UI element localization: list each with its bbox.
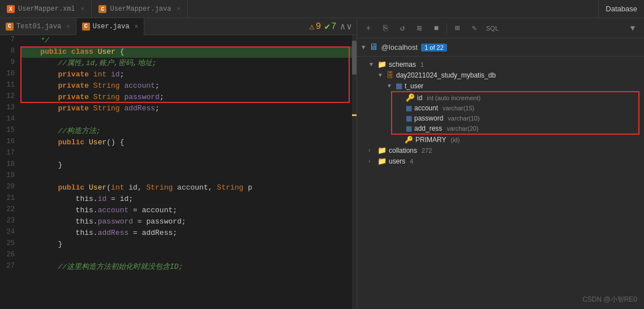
tuser-label: t_user: [405, 82, 423, 90]
line-number: 16: [0, 137, 20, 148]
table-row: 7 */: [0, 35, 357, 46]
scroll-thumb[interactable]: [352, 41, 357, 75]
tab-close-xml[interactable]: ×: [81, 6, 85, 12]
up-arrow[interactable]: ∧: [340, 21, 346, 32]
connection-collapse-arrow[interactable]: ▼: [362, 44, 366, 51]
line-number: 15: [0, 126, 20, 137]
tree-item-database[interactable]: ▼ 🗄 day20211024_study_mybatis_db: [357, 70, 644, 80]
table-row: 17: [0, 148, 357, 160]
table-row: 12 private String password;: [0, 92, 357, 103]
account-meta: varchar(15): [443, 105, 474, 111]
table-row: 8 public class User {: [0, 46, 357, 58]
db-tree[interactable]: ▼ 📁 schemas 1 ▼ 🗄 day20211024_study_myba…: [357, 57, 644, 309]
tree-item-account[interactable]: ▦ account varchar(15): [392, 103, 638, 113]
db-copy-button[interactable]: ⎘: [379, 22, 392, 35]
scrollbar-track[interactable]: [352, 35, 357, 309]
connection-current: 1: [424, 44, 430, 51]
close-test01[interactable]: ×: [66, 23, 70, 30]
warn-count: 9: [316, 22, 321, 32]
db-refresh-button[interactable]: ↺: [396, 22, 409, 35]
tree-item-collations[interactable]: › 📁 collations 272: [357, 145, 644, 156]
tab-usermapper-java[interactable]: C UserMapper.java ×: [92, 0, 188, 18]
tab-close-java[interactable]: ×: [177, 6, 181, 12]
line-number: 27: [0, 261, 20, 273]
nav-arrows[interactable]: ∧ ∨: [340, 21, 352, 32]
tab-label: UserMapper.xml: [18, 5, 75, 13]
id-label: id: [417, 94, 422, 102]
tree-item-tuser[interactable]: ▼ ▦ t_user: [357, 80, 644, 91]
line-code: //属性,id,账户,密码,地址;: [20, 58, 357, 69]
tree-item-id[interactable]: 🔑 id int (auto increment): [392, 92, 638, 103]
line-number: 19: [0, 171, 20, 182]
line-number: 17: [0, 148, 20, 160]
line-code: [20, 171, 357, 182]
col-icon-address: ▦: [406, 125, 412, 132]
editor-toolbar: ⚠ 9 ✔ 7 ∧ ∨: [144, 21, 357, 32]
watermark: CSDN @小智RE0: [582, 295, 637, 304]
line-number: 8: [0, 46, 20, 58]
primary-label: PRIMARY: [415, 136, 446, 144]
col-icon-account: ▦: [406, 104, 412, 112]
database-icon: 🗄: [387, 71, 394, 79]
down-arrow[interactable]: ∨: [346, 21, 352, 32]
users-arrow: ›: [368, 158, 375, 164]
ok-badge: ✔ 7: [324, 21, 336, 32]
db-title-label: Database: [606, 5, 637, 13]
account-label: account: [414, 104, 438, 112]
close-user[interactable]: ×: [135, 23, 139, 30]
db-stop-button[interactable]: ■: [430, 22, 443, 35]
ok-icon: ✔: [324, 21, 330, 32]
tree-item-users[interactable]: › 📁 users 4: [357, 156, 644, 166]
connection-badge: 1 of 22: [421, 44, 447, 52]
tab-usermapper-xml[interactable]: X UserMapper.xml ×: [0, 0, 92, 18]
tab-test01[interactable]: C Test01.java ×: [0, 18, 76, 35]
password-meta: varchar(10): [448, 115, 479, 122]
table-row: 11 private String account;: [0, 80, 357, 92]
table-row: 13 private String addRess;: [0, 103, 357, 114]
java-icon-user: C: [82, 23, 90, 31]
table-row: 25 }: [0, 239, 357, 250]
id-meta: int (auto increment): [427, 95, 480, 101]
table-row: 21 this.id = id;: [0, 194, 357, 205]
code-content[interactable]: 7 */ 8 public class User { 9 //属性,id,账户,…: [0, 35, 357, 309]
schemas-count: 1: [420, 61, 424, 68]
line-number: 14: [0, 114, 20, 126]
line-code: private String addRess;: [20, 103, 357, 114]
db-funnel-button[interactable]: ▼: [626, 22, 639, 35]
users-folder-icon: 📁: [377, 157, 387, 165]
db-add-button[interactable]: +: [362, 22, 375, 35]
tab-user[interactable]: C User.java ×: [76, 18, 144, 35]
db-edit-button[interactable]: ✎: [467, 22, 481, 35]
main-area: C Test01.java × C User.java × ⚠ 9 ✔: [0, 18, 644, 309]
tree-item-password[interactable]: ▦ password varchar(10): [392, 113, 638, 123]
line-code: //构造方法;: [20, 126, 357, 137]
db-filter-button[interactable]: ≋: [413, 22, 426, 35]
line-code: private String password;: [20, 92, 357, 103]
address-label: add_ress: [414, 125, 442, 132]
tree-item-primary[interactable]: 🔑 PRIMARY (id): [357, 135, 644, 145]
users-label: users: [389, 157, 405, 165]
warning-badge: ⚠ 9: [309, 21, 321, 32]
db-highlight-box: 🔑 id int (auto increment) ▦ account varc…: [391, 91, 639, 135]
line-number: 7: [0, 35, 20, 46]
db-grid-button[interactable]: ⊞: [450, 22, 464, 35]
db-sql-button[interactable]: SQL: [484, 22, 500, 35]
schemas-arrow: ▼: [368, 61, 375, 67]
table-row: 22 this.account = account;: [0, 205, 357, 216]
table-row: 26: [0, 250, 357, 261]
password-label: password: [414, 114, 443, 122]
line-code: */: [20, 35, 357, 46]
db-panel: + ⎘ ↺ ≋ ■ ⊞ ✎ SQL ▼ ▼ 🖥 @localhost 1 of …: [357, 18, 644, 309]
java-icon: C: [98, 5, 106, 13]
primary-icon: 🔑: [405, 136, 413, 144]
collations-folder-icon: 📁: [377, 146, 387, 154]
top-tab-bar: X UserMapper.xml × C UserMapper.java × D…: [0, 0, 644, 18]
line-code: this.account = account;: [20, 205, 357, 216]
line-code: [20, 148, 357, 160]
col-icon-password: ▦: [406, 114, 412, 122]
tree-item-schemas[interactable]: ▼ 📁 schemas 1: [357, 59, 644, 70]
tree-item-address[interactable]: ▦ add_ress varchar(20): [392, 123, 638, 134]
line-number: 23: [0, 216, 20, 228]
table-row: 20 public User(int id, String account, S…: [0, 182, 357, 194]
db-toolbar: + ⎘ ↺ ≋ ■ ⊞ ✎ SQL ▼: [357, 18, 644, 38]
